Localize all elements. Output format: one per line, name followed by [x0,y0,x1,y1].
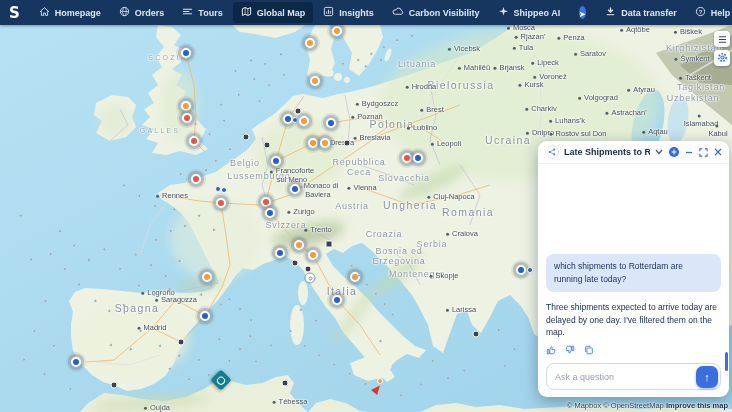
map-marker-blue[interactable] [290,184,300,194]
nav-item-help[interactable]: ? Help [687,2,732,23]
map-marker-blue-dot[interactable] [292,117,298,123]
vessel-icon[interactable]: ▲ [237,92,243,98]
map-marker-dark-dot[interactable] [295,108,302,115]
vessel-icon[interactable]: ▲ [32,326,38,333]
shippeo-logo[interactable]: S [0,4,30,22]
vessel-icon[interactable]: ▲ [177,256,183,263]
map-marker-dark-dot[interactable] [292,260,299,267]
vessel-icon[interactable]: ▲ [122,302,129,308]
map-marker-blue[interactable] [413,153,423,163]
nav-item-tours[interactable]: Tours [174,2,230,23]
map-settings-button[interactable] [714,50,730,66]
vessel-icon[interactable]: ▲ [396,392,403,398]
vessel-icon[interactable]: ▲ [216,102,223,108]
vessel-icon[interactable]: ▲ [281,72,288,79]
vessel-icon[interactable]: ▲ [266,342,273,348]
map-layers-button[interactable] [714,31,730,47]
vessel-icon[interactable]: ▲ [157,342,162,348]
nav-item-orders[interactable]: Orders [111,2,173,23]
map-marker-blue[interactable] [181,48,191,58]
vessel-icon[interactable]: ▲ [122,182,129,188]
vessel-icon[interactable]: ▲ [216,336,224,344]
vessel-icon[interactable]: ▲ [502,364,508,371]
vessel-icon[interactable]: ▲ [368,49,375,57]
vessel-icon[interactable]: ▲ [356,272,363,279]
vessel-icon[interactable]: ▲ [388,312,395,318]
vessel-icon[interactable]: ▲ [231,66,238,74]
map-marker-blue[interactable] [326,118,336,128]
vessel-icon[interactable]: ▲ [107,343,113,348]
vessel-icon[interactable]: ▲ [176,171,184,179]
vessel-icon[interactable]: ▲ [136,281,144,288]
vessel-icon[interactable]: ▲ [445,374,450,380]
expand-icon[interactable] [699,148,708,157]
map-marker-dark-dot[interactable] [178,339,185,346]
vessel-icon[interactable]: ▲ [62,267,68,274]
map-marker-orange[interactable] [299,116,309,126]
vessel-icon[interactable]: ▲ [428,356,436,364]
map-marker-blue[interactable] [516,265,526,275]
vessel-icon[interactable]: ▲ [416,381,424,388]
vessel-icon[interactable]: ▲ [296,307,303,313]
map-marker-orange[interactable] [308,250,318,260]
vessel-icon[interactable]: ▲ [151,292,158,299]
vessel-icon[interactable]: ▲ [42,371,49,378]
vessel-icon[interactable]: ▲ [167,367,172,373]
vessel-icon[interactable]: ▲ [316,352,323,359]
osm-attribution-link[interactable]: © OpenStreetMap [603,401,664,410]
new-chat-plus-icon[interactable] [669,147,679,157]
map-marker-orange[interactable] [320,138,330,148]
chevron-down-icon[interactable] [655,149,663,155]
vessel-icon[interactable]: ▲ [106,306,113,314]
map-marker-dark-dot[interactable] [264,142,271,149]
vessel-icon[interactable]: ▲ [187,180,193,186]
vessel-icon[interactable]: ▲ [101,246,109,254]
nav-item-global-map[interactable]: Global Map [233,2,314,23]
chat-scrollbar-thumb[interactable] [725,352,728,371]
vessel-icon[interactable]: ▲ [338,59,346,66]
vessel-icon[interactable]: ▲ [286,326,293,334]
vessel-icon[interactable]: ▲ [161,271,168,279]
vessel-icon[interactable]: ▲ [226,356,233,364]
vessel-icon[interactable]: ▲ [191,121,198,129]
map-marker-dark-square[interactable] [326,241,333,248]
vessel-icon[interactable]: ▲ [331,362,338,369]
vessel-icon[interactable]: ▲ [246,57,253,63]
map-marker-blue[interactable] [265,208,275,218]
vessel-icon[interactable]: ▲ [497,327,504,333]
map-marker-red[interactable] [182,113,192,123]
vessel-icon[interactable]: ▲ [364,282,371,289]
map-marker-red[interactable] [402,153,412,163]
vessel-icon[interactable]: ▲ [131,251,139,258]
map-marker-dark-dot[interactable] [243,134,250,141]
map-marker-teal-diamond[interactable] [210,369,231,390]
vessel-icon[interactable]: ▲ [41,296,48,304]
map-marker-blue-dot[interactable] [527,267,533,273]
map-marker-orange[interactable] [332,26,342,36]
copy-icon[interactable] [584,345,594,355]
vessel-icon[interactable]: ▲ [117,267,123,274]
vessel-icon[interactable]: ▲ [380,301,387,309]
map-marker-blue[interactable] [200,311,210,321]
thumbs-down-icon[interactable] [565,345,575,355]
map-marker-blue[interactable] [332,295,342,305]
vessel-icon[interactable]: ▲ [171,206,179,214]
vessel-icon[interactable]: ▲ [226,296,234,304]
vessel-icon[interactable]: ▲ [176,351,184,359]
vessel-icon[interactable]: ▲ [136,326,144,334]
vessel-icon[interactable]: ▲ [92,296,98,303]
improve-map-link[interactable]: Improve this map [666,401,728,410]
vessel-icon[interactable]: ▲ [76,281,84,289]
vessel-icon[interactable]: ▲ [182,296,189,303]
vessel-icon[interactable]: ▲ [347,371,354,378]
vessel-icon[interactable]: ▲ [237,347,243,354]
vessel-icon[interactable]: ▲ [206,281,214,288]
vessel-icon[interactable]: ▲ [247,332,253,339]
vessel-icon[interactable]: ▲ [251,358,259,365]
vessel-icon[interactable]: ▲ [373,291,380,298]
map-marker-white-circle[interactable] [305,273,316,284]
ai-chat-launcher-button[interactable] [579,6,586,19]
map-marker-dark-dot[interactable] [305,266,312,273]
vessel-icon[interactable]: ▲ [46,251,54,259]
vessel-icon[interactable]: ▲ [376,336,383,344]
